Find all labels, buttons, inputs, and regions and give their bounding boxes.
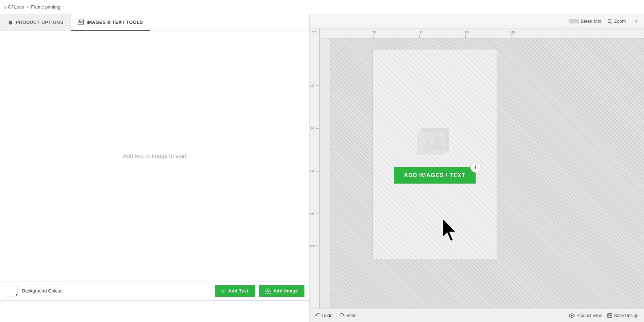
image-icon [78, 20, 84, 25]
breadcrumb: s Of Love > Fabric printing [4, 4, 61, 10]
svg-text:100: 100 [310, 244, 315, 248]
svg-rect-36 [417, 132, 445, 155]
save-icon [607, 313, 612, 318]
ruler-unit: Cm. [310, 29, 320, 34]
main-container: PRODUCT OPTIONS IMAGES & TEXT TOOLS Add … [0, 14, 644, 322]
text-icon: T [221, 289, 226, 294]
add-text-label: Add Text [228, 288, 248, 294]
redo-icon [340, 313, 345, 318]
canvas-area[interactable]: ADD IMAGES / TEXT + [330, 38, 644, 308]
add-image-label: Add Image [273, 288, 298, 294]
dropdown-arrow: ▼ [634, 19, 638, 23]
bottom-bar: Undo Redo Product View [310, 308, 644, 322]
product-view-button[interactable]: Product View [569, 313, 601, 318]
svg-point-40 [571, 315, 573, 316]
image-placeholder-icon [413, 125, 456, 160]
redo-button[interactable]: Redo [340, 313, 357, 318]
undo-icon [315, 313, 320, 318]
placeholder-text: Add text or image to start [123, 153, 187, 159]
cursor-svg [441, 218, 460, 243]
add-image-icon [266, 289, 271, 294]
left-panel: PRODUCT OPTIONS IMAGES & TEXT TOOLS Add … [0, 14, 310, 322]
tab-product-options[interactable]: PRODUCT OPTIONS [0, 14, 71, 31]
toolbar-row: Background Colour: T Add Text Add Image [0, 281, 309, 301]
svg-text:60: 60 [465, 31, 468, 34]
breadcrumb-separator: > [26, 4, 29, 10]
undo-label: Undo [322, 313, 333, 318]
zoom-item[interactable]: Zoom [607, 19, 626, 24]
bleed-info-label: Bleed Info [581, 19, 602, 24]
plus-circle-icon: + [470, 162, 481, 173]
content-area: Add text or image to start Background Co… [0, 31, 309, 322]
bleed-pattern-icon [569, 19, 579, 23]
svg-rect-43 [608, 316, 612, 318]
background-colour-label: Background Colour: [22, 288, 210, 294]
svg-line-6 [611, 22, 612, 23]
ruler-left: Cm. 20 40 60 80 100 [310, 28, 320, 308]
canvas-wrapper: 20 40 60 80 [310, 28, 644, 308]
ruler-top: 20 40 60 80 [320, 28, 644, 38]
product-view-label: Product View [576, 313, 601, 318]
redo-label: Redo [346, 313, 357, 318]
svg-point-5 [608, 19, 611, 22]
top-nav: s Of Love > Fabric printing [0, 0, 644, 14]
zoom-label: Zoom [614, 19, 626, 24]
svg-point-37 [435, 135, 442, 142]
bottom-right: Product View Save Design [569, 313, 638, 318]
tab-images-text-tools-label: IMAGES & TEXT TOOLS [87, 20, 143, 25]
tabs: PRODUCT OPTIONS IMAGES & TEXT TOOLS [0, 14, 309, 31]
background-colour-box[interactable] [5, 286, 18, 296]
canvas-add-btn-label: ADD IMAGES / TEXT [404, 172, 465, 178]
svg-text:80: 80 [310, 212, 314, 216]
bleed-info-item[interactable]: Bleed Info [569, 19, 602, 24]
plus-container: ADD IMAGES / TEXT + [394, 167, 475, 184]
undo-button[interactable]: Undo [315, 313, 333, 318]
breadcrumb-brand: s Of Love [4, 4, 24, 10]
svg-text:20: 20 [310, 84, 314, 88]
svg-text:20: 20 [372, 31, 376, 34]
cursor-graphic [441, 218, 460, 244]
canvas-add-images-text-button[interactable]: ADD IMAGES / TEXT [394, 167, 475, 184]
right-toolbar: Bleed Info Zoom ▼ [310, 14, 644, 28]
add-image-button[interactable]: Add Image [259, 285, 304, 297]
gear-icon [7, 19, 13, 25]
ruler-top-svg: 20 40 60 80 [320, 28, 644, 38]
zoom-icon [607, 19, 612, 24]
svg-marker-38 [443, 218, 456, 241]
svg-text:40: 40 [419, 31, 422, 34]
right-panel: Bleed Info Zoom ▼ 20 [310, 14, 644, 322]
svg-text:T: T [221, 289, 225, 294]
add-text-button[interactable]: T Add Text [215, 285, 255, 297]
svg-text:60: 60 [310, 169, 314, 173]
eye-icon [569, 313, 575, 318]
ruler-left-svg: 20 40 60 80 100 [310, 43, 320, 308]
tab-product-options-label: PRODUCT OPTIONS [16, 20, 63, 25]
save-design-label: Save Design [614, 313, 638, 318]
tab-images-text-tools[interactable]: IMAGES & TEXT TOOLS [71, 14, 150, 31]
svg-text:80: 80 [511, 31, 515, 34]
svg-text:40: 40 [310, 127, 314, 130]
save-design-button[interactable]: Save Design [607, 313, 638, 318]
extra-row [0, 301, 309, 322]
placeholder-text-area: Add text or image to start [0, 31, 309, 281]
breadcrumb-page: Fabric printing [31, 4, 60, 10]
print-area[interactable]: ADD IMAGES / TEXT + [372, 49, 497, 259]
